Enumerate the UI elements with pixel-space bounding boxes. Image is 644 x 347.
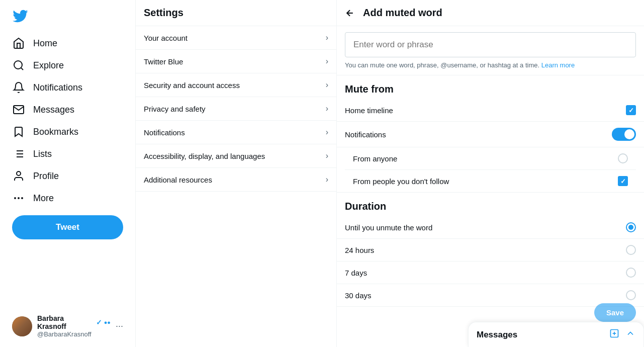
settings-item-twitter-blue[interactable]: Twitter Blue › [136,50,336,73]
svg-point-9 [18,198,19,199]
notifications-label: Notifications [144,128,185,137]
settings-panel: Settings Your account › Twitter Blue › S… [136,0,337,347]
profile-icon [12,170,25,182]
duration-30-days[interactable]: 30 days [337,284,644,307]
7-days-label: 7 days [345,269,367,277]
24-hours-radio[interactable] [626,245,636,255]
30-days-radio[interactable] [626,290,636,300]
duration-24-hours[interactable]: 24 hours [337,239,644,262]
settings-item-privacy[interactable]: Privacy and safety › [136,97,336,121]
mute-option-notifications[interactable]: Notifications [337,122,644,147]
muted-word-input[interactable] [345,32,636,57]
more-icon [12,192,25,204]
svg-point-0 [14,61,22,69]
sidebar-item-bookmarks-label: Bookmarks [33,127,78,137]
svg-line-1 [21,68,23,70]
sidebar-item-lists-label: Lists [33,149,52,159]
chevron-icon: › [326,57,328,66]
mute-from-anyone[interactable]: From anyone [345,147,636,169]
messages-panel-title: Messages [477,330,609,340]
svg-point-8 [17,171,21,176]
compose-message-icon[interactable] [609,328,619,341]
messages-panel: Messages [468,322,644,347]
home-timeline-label: Home timeline [345,106,393,115]
additional-label: Additional resources [144,176,212,184]
chevron-icon: › [326,128,328,137]
from-anyone-label: From anyone [353,154,397,163]
bookmarks-icon [12,126,25,138]
user-profile-bottom[interactable]: Barbara Krasnoff ✓ ●● @BarbaraKrasnoff ·… [6,309,129,343]
avatar [12,316,32,336]
messages-icon [12,104,25,116]
duration-until-unmute[interactable]: Until you unmute the word [337,216,644,239]
settings-item-security[interactable]: Security and account access › [136,73,336,97]
duration-7-days[interactable]: 7 days [337,262,644,284]
explore-icon [12,59,25,71]
settings-title: Settings [136,0,336,26]
learn-more-link[interactable]: Learn more [541,61,575,69]
sidebar-item-messages[interactable]: Messages [6,99,129,121]
sidebar-item-home[interactable]: Home [6,32,129,54]
settings-item-accessibility[interactable]: Accessibility, display, and languages › [136,144,336,168]
sidebar-item-explore-label: Explore [33,60,64,71]
twitter-logo[interactable] [6,4,129,30]
account-more-dots[interactable]: ··· [116,321,123,331]
sidebar-item-notifications[interactable]: Notifications [6,76,129,99]
sidebar-item-bookmarks[interactable]: Bookmarks [6,121,129,143]
sidebar-item-messages-label: Messages [33,105,74,115]
accessibility-label: Accessibility, display, and languages [144,152,265,160]
mute-from-title: Mute from [337,75,644,99]
svg-point-10 [22,198,23,199]
settings-item-notifications[interactable]: Notifications › [136,121,336,144]
back-button[interactable] [345,8,355,18]
twitter-blue-label: Twitter Blue [144,57,183,66]
user-info: Barbara Krasnoff ✓ ●● @BarbaraKrasnoff [37,314,111,338]
7-days-radio[interactable] [626,268,636,278]
home-timeline-checkbox[interactable] [626,105,636,115]
add-muted-word-panel: Add muted word You can mute one word, ph… [337,0,644,347]
sidebar: Home Explore Notifications Messages Book… [0,0,136,347]
30-days-label: 30 days [345,291,372,300]
word-input-section: You can mute one word, phrase, @username… [337,26,644,75]
chevron-icon: › [326,175,328,184]
add-muted-title: Add muted word [363,7,442,19]
chevron-icon: › [326,80,328,90]
notifications-toggle[interactable] [612,128,636,141]
until-unmute-label: Until you unmute the word [345,223,432,232]
mute-from-not-follow[interactable]: From people you don't follow [345,169,636,192]
settings-item-your-account[interactable]: Your account › [136,26,336,50]
user-display-name: Barbara Krasnoff [37,314,94,330]
settings-item-additional[interactable]: Additional resources › [136,168,336,192]
collapse-messages-icon[interactable] [625,328,635,341]
save-button[interactable]: Save [594,303,636,322]
sidebar-item-more[interactable]: More [6,187,129,209]
from-not-follow-label: From people you don't follow [353,177,449,186]
24-hours-label: 24 hours [345,246,374,254]
until-unmute-radio[interactable] [626,222,636,232]
tweet-button[interactable]: Tweet [12,215,123,239]
sidebar-item-profile-label: Profile [33,171,59,182]
lists-icon [12,148,25,160]
from-not-follow-checkbox[interactable] [618,176,628,186]
your-account-label: Your account [144,34,188,42]
messages-icons [609,328,635,341]
sidebar-item-profile[interactable]: Profile [6,165,129,187]
add-muted-header: Add muted word [337,0,644,26]
notifications-mute-label: Notifications [345,130,386,139]
svg-point-11 [15,198,16,199]
chevron-icon: › [326,33,328,42]
mute-option-home-timeline[interactable]: Home timeline [337,99,644,122]
dots-badge: ●● [104,319,111,325]
duration-title: Duration [337,193,644,216]
from-anyone-radio[interactable] [618,153,628,163]
security-label: Security and account access [144,81,240,90]
sidebar-item-explore[interactable]: Explore [6,54,129,76]
chevron-icon: › [326,104,328,113]
chevron-icon: › [326,151,328,160]
home-icon [12,37,25,49]
sidebar-item-home-label: Home [33,38,57,49]
notifications-icon [12,81,25,94]
verified-badge: ✓ [96,318,102,326]
sidebar-item-lists[interactable]: Lists [6,143,129,165]
sidebar-item-more-label: More [33,193,54,204]
